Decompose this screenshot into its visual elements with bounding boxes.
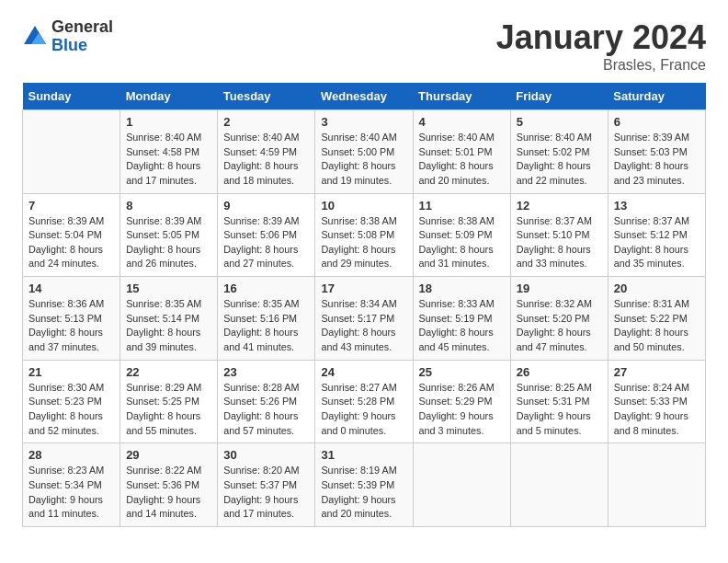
logo-text: General Blue (51, 18, 113, 55)
calendar-cell: 26 Sunrise: 8:25 AMSunset: 5:31 PMDaylig… (510, 360, 608, 443)
day-number: 29 (126, 448, 211, 462)
day-info: Sunrise: 8:38 AMSunset: 5:09 PMDaylight:… (419, 215, 495, 270)
day-number: 22 (126, 365, 211, 379)
day-number: 4 (419, 115, 505, 129)
day-info: Sunrise: 8:28 AMSunset: 5:26 PMDaylight:… (223, 382, 299, 436)
day-info: Sunrise: 8:40 AMSunset: 5:01 PMDaylight:… (419, 132, 495, 186)
calendar-week-row: 1 Sunrise: 8:40 AMSunset: 4:58 PMDayligh… (23, 110, 706, 194)
day-info: Sunrise: 8:35 AMSunset: 5:16 PMDaylight:… (223, 298, 299, 352)
header-monday: Monday (120, 83, 218, 110)
calendar-cell: 31 Sunrise: 8:19 AMSunset: 5:39 PMDaylig… (315, 443, 413, 527)
calendar-cell: 1 Sunrise: 8:40 AMSunset: 4:58 PMDayligh… (120, 110, 218, 194)
day-number: 27 (614, 365, 700, 379)
main-title: January 2024 (496, 18, 706, 57)
calendar-cell: 12 Sunrise: 8:37 AMSunset: 5:10 PMDaylig… (510, 193, 608, 277)
day-number: 11 (419, 199, 505, 213)
day-info: Sunrise: 8:38 AMSunset: 5:08 PMDaylight:… (321, 215, 396, 270)
calendar-cell: 20 Sunrise: 8:31 AMSunset: 5:22 PMDaylig… (608, 277, 705, 361)
day-info: Sunrise: 8:40 AMSunset: 5:00 PMDaylight:… (321, 132, 396, 186)
calendar-cell: 29 Sunrise: 8:22 AMSunset: 5:36 PMDaylig… (120, 443, 218, 527)
day-info: Sunrise: 8:40 AMSunset: 4:58 PMDaylight:… (126, 132, 201, 186)
header-friday: Friday (510, 83, 608, 110)
calendar-cell: 4 Sunrise: 8:40 AMSunset: 5:01 PMDayligh… (413, 110, 510, 194)
day-info: Sunrise: 8:27 AMSunset: 5:28 PMDaylight:… (321, 382, 396, 436)
day-number: 10 (321, 199, 406, 213)
day-info: Sunrise: 8:39 AMSunset: 5:04 PMDaylight:… (28, 215, 104, 270)
day-info: Sunrise: 8:31 AMSunset: 5:22 PMDaylight:… (614, 298, 689, 352)
day-info: Sunrise: 8:32 AMSunset: 5:20 PMDaylight:… (517, 298, 592, 352)
day-number: 25 (419, 365, 505, 379)
header-wednesday: Wednesday (315, 83, 413, 110)
day-number: 8 (126, 199, 211, 213)
calendar-cell: 21 Sunrise: 8:30 AMSunset: 5:23 PMDaylig… (23, 360, 120, 443)
header-thursday: Thursday (413, 83, 510, 110)
logo-blue: Blue (51, 37, 113, 55)
day-number: 18 (419, 282, 505, 295)
calendar-cell: 11 Sunrise: 8:38 AMSunset: 5:09 PMDaylig… (413, 193, 510, 277)
day-number: 9 (223, 199, 309, 213)
calendar-week-row: 14 Sunrise: 8:36 AMSunset: 5:13 PMDaylig… (23, 277, 706, 361)
day-info: Sunrise: 8:20 AMSunset: 5:37 PMDaylight:… (223, 465, 299, 519)
day-number: 15 (126, 282, 211, 295)
calendar-cell (510, 443, 608, 527)
day-info: Sunrise: 8:37 AMSunset: 5:12 PMDaylight:… (614, 215, 689, 270)
calendar-cell: 6 Sunrise: 8:39 AMSunset: 5:03 PMDayligh… (608, 110, 705, 194)
calendar-week-row: 21 Sunrise: 8:30 AMSunset: 5:23 PMDaylig… (23, 360, 706, 443)
calendar-cell: 25 Sunrise: 8:26 AMSunset: 5:29 PMDaylig… (413, 360, 510, 443)
calendar-week-row: 7 Sunrise: 8:39 AMSunset: 5:04 PMDayligh… (23, 193, 706, 277)
calendar-cell: 5 Sunrise: 8:40 AMSunset: 5:02 PMDayligh… (510, 110, 608, 194)
day-number: 5 (517, 115, 602, 129)
day-info: Sunrise: 8:30 AMSunset: 5:23 PMDaylight:… (28, 382, 104, 436)
calendar-cell: 8 Sunrise: 8:39 AMSunset: 5:05 PMDayligh… (120, 193, 218, 277)
header-sunday: Sunday (23, 83, 120, 110)
day-number: 6 (614, 115, 700, 129)
calendar-cell (23, 110, 120, 194)
calendar-cell: 19 Sunrise: 8:32 AMSunset: 5:20 PMDaylig… (510, 277, 608, 361)
day-number: 31 (321, 448, 406, 462)
day-number: 28 (28, 448, 114, 462)
day-info: Sunrise: 8:40 AMSunset: 4:59 PMDaylight:… (223, 132, 299, 186)
day-info: Sunrise: 8:39 AMSunset: 5:03 PMDaylight:… (614, 132, 689, 186)
calendar-cell: 7 Sunrise: 8:39 AMSunset: 5:04 PMDayligh… (23, 193, 120, 277)
day-info: Sunrise: 8:33 AMSunset: 5:19 PMDaylight:… (419, 298, 495, 352)
header-saturday: Saturday (608, 83, 705, 110)
day-info: Sunrise: 8:24 AMSunset: 5:33 PMDaylight:… (614, 382, 689, 436)
calendar-table: Sunday Monday Tuesday Wednesday Thursday… (22, 83, 706, 527)
day-info: Sunrise: 8:36 AMSunset: 5:13 PMDaylight:… (28, 298, 104, 352)
day-number: 16 (223, 282, 309, 295)
day-info: Sunrise: 8:29 AMSunset: 5:25 PMDaylight:… (126, 382, 201, 436)
day-number: 1 (126, 115, 211, 129)
day-number: 14 (28, 282, 114, 295)
calendar-cell (608, 443, 705, 527)
calendar-cell: 9 Sunrise: 8:39 AMSunset: 5:06 PMDayligh… (218, 193, 315, 277)
day-info: Sunrise: 8:19 AMSunset: 5:39 PMDaylight:… (321, 465, 396, 519)
day-number: 12 (517, 199, 602, 213)
calendar-cell: 2 Sunrise: 8:40 AMSunset: 4:59 PMDayligh… (218, 110, 315, 194)
day-info: Sunrise: 8:35 AMSunset: 5:14 PMDaylight:… (126, 298, 201, 352)
day-number: 19 (517, 282, 602, 295)
day-number: 26 (517, 365, 602, 379)
day-info: Sunrise: 8:37 AMSunset: 5:10 PMDaylight:… (517, 215, 592, 270)
calendar-cell: 24 Sunrise: 8:27 AMSunset: 5:28 PMDaylig… (315, 360, 413, 443)
calendar-cell: 15 Sunrise: 8:35 AMSunset: 5:14 PMDaylig… (120, 277, 218, 361)
logo-icon (22, 24, 48, 50)
calendar-cell: 3 Sunrise: 8:40 AMSunset: 5:00 PMDayligh… (315, 110, 413, 194)
day-number: 2 (223, 115, 309, 129)
day-info: Sunrise: 8:23 AMSunset: 5:34 PMDaylight:… (28, 465, 104, 519)
day-number: 17 (321, 282, 406, 295)
day-number: 30 (223, 448, 309, 462)
day-info: Sunrise: 8:26 AMSunset: 5:29 PMDaylight:… (419, 382, 495, 436)
day-number: 23 (223, 365, 309, 379)
calendar-cell: 30 Sunrise: 8:20 AMSunset: 5:37 PMDaylig… (218, 443, 315, 527)
logo-general: General (51, 18, 113, 37)
day-info: Sunrise: 8:40 AMSunset: 5:02 PMDaylight:… (517, 132, 592, 186)
calendar-cell: 16 Sunrise: 8:35 AMSunset: 5:16 PMDaylig… (218, 277, 315, 361)
calendar-cell: 28 Sunrise: 8:23 AMSunset: 5:34 PMDaylig… (23, 443, 120, 527)
calendar-cell: 18 Sunrise: 8:33 AMSunset: 5:19 PMDaylig… (413, 277, 510, 361)
title-block: January 2024 Brasles, France (496, 18, 706, 74)
day-info: Sunrise: 8:39 AMSunset: 5:05 PMDaylight:… (126, 215, 201, 270)
calendar-cell: 22 Sunrise: 8:29 AMSunset: 5:25 PMDaylig… (120, 360, 218, 443)
day-number: 20 (614, 282, 700, 295)
day-info: Sunrise: 8:39 AMSunset: 5:06 PMDaylight:… (223, 215, 299, 270)
day-number: 3 (321, 115, 406, 129)
